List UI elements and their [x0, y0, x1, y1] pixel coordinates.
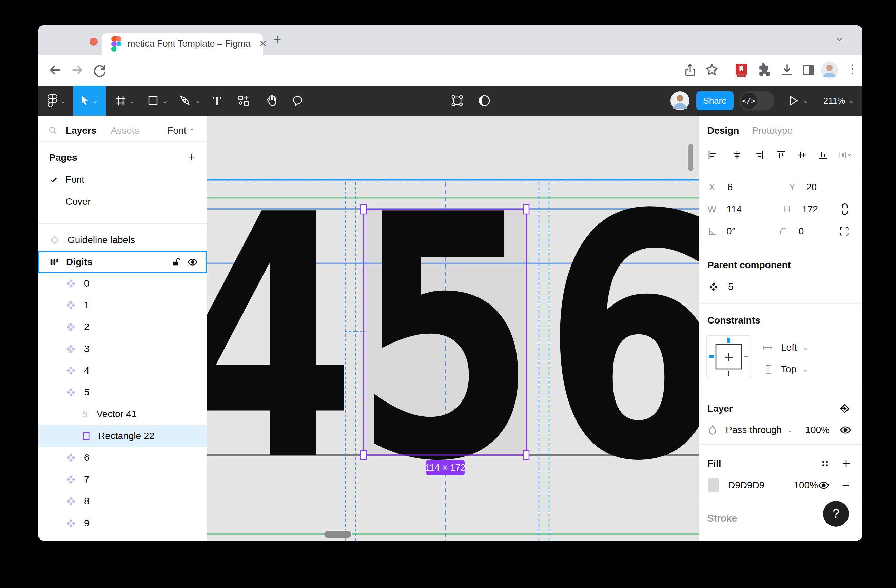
- tab-layers[interactable]: Layers: [66, 125, 96, 136]
- layer-flow-icon[interactable]: [839, 403, 850, 414]
- browser-tab[interactable]: metica Font Template – Figma ✕: [102, 33, 263, 55]
- browser-menu-icon[interactable]: ⋮: [846, 62, 858, 76]
- constrain-proportions-icon[interactable]: [840, 203, 849, 215]
- vertical-constraint-row[interactable]: Top ⌄: [699, 360, 862, 379]
- comment-tool-icon[interactable]: [288, 86, 306, 116]
- frame-tool-icon[interactable]: [112, 86, 130, 116]
- layer-digit-9[interactable]: 9: [38, 512, 207, 534]
- w-value[interactable]: 114: [727, 204, 742, 215]
- independent-corners-icon[interactable]: [839, 226, 849, 236]
- fill-visibility-eye-icon[interactable]: [818, 480, 829, 491]
- corner-radius-value[interactable]: 0: [798, 226, 804, 237]
- bookmark-star-icon[interactable]: [705, 63, 719, 78]
- rotation-value[interactable]: 0°: [727, 226, 736, 237]
- layer-vector-41[interactable]: 5 Vector 41: [38, 403, 207, 425]
- fill-color-swatch[interactable]: [708, 478, 719, 492]
- h-value[interactable]: 172: [802, 204, 818, 215]
- blend-mode-row[interactable]: Pass through ⌄ 100%: [699, 420, 862, 439]
- search-icon[interactable]: [48, 126, 58, 135]
- handle-top-right[interactable]: [523, 205, 529, 214]
- download-icon[interactable]: [780, 63, 794, 78]
- fill-styles-icon[interactable]: [821, 459, 829, 468]
- y-value[interactable]: 20: [806, 182, 817, 193]
- hand-tool-icon[interactable]: [262, 86, 281, 116]
- fill-row[interactable]: D9D9D9 100%: [699, 476, 862, 495]
- shape-tool-icon[interactable]: [145, 86, 162, 116]
- help-button[interactable]: ?: [823, 501, 849, 527]
- layer-digit-5[interactable]: 5: [38, 381, 207, 403]
- sidebar-toggle-icon[interactable]: [802, 63, 815, 78]
- layer-digit-4[interactable]: 4: [38, 360, 207, 381]
- layer-guideline-labels[interactable]: Guideline labels: [38, 229, 207, 251]
- handle-bottom-right[interactable]: [523, 451, 529, 460]
- move-tool-selected[interactable]: ⌄: [73, 86, 106, 116]
- tab-close-icon[interactable]: ✕: [259, 39, 267, 49]
- layer-digits-selected[interactable]: Digits: [38, 251, 207, 273]
- layer-digit-3[interactable]: 3: [38, 338, 207, 360]
- align-h-center-icon[interactable]: [732, 150, 742, 160]
- collaborator-avatar[interactable]: [669, 86, 690, 116]
- forward-icon[interactable]: [69, 62, 85, 79]
- layer-digit-1[interactable]: 1: [38, 294, 207, 316]
- handle-top-left[interactable]: [361, 205, 366, 214]
- layer-rectangle-22-selected[interactable]: Rectangle 22: [38, 425, 207, 447]
- share-page-icon[interactable]: [683, 63, 697, 78]
- edit-object-icon[interactable]: [448, 86, 467, 116]
- page-item-font[interactable]: Font: [38, 169, 207, 190]
- tab-design[interactable]: Design: [707, 125, 739, 136]
- main-menu-chevron-icon[interactable]: ⌄: [59, 86, 67, 116]
- unlock-icon[interactable]: [172, 257, 181, 267]
- figma-main-menu-icon[interactable]: [44, 86, 61, 116]
- text-tool-icon[interactable]: T: [208, 86, 226, 116]
- layer-digit-2[interactable]: 2: [38, 316, 207, 338]
- shape-tool-chevron-icon[interactable]: ⌄: [162, 86, 169, 116]
- reload-icon[interactable]: [91, 62, 107, 79]
- present-chevron-icon[interactable]: ⌄: [802, 86, 810, 116]
- page-selector[interactable]: Font ⌃: [167, 125, 195, 136]
- bookmarks-extension-icon[interactable]: [734, 63, 749, 79]
- x-value[interactable]: 6: [727, 182, 733, 193]
- align-v-center-icon[interactable]: [797, 150, 807, 160]
- add-fill-icon[interactable]: [841, 459, 851, 469]
- handle-bottom-left[interactable]: [361, 451, 366, 460]
- frame-tool-chevron-icon[interactable]: ⌄: [128, 86, 136, 116]
- zoom-level[interactable]: 211%: [821, 86, 848, 116]
- add-page-icon[interactable]: [186, 152, 197, 163]
- pen-tool-icon[interactable]: [176, 86, 194, 116]
- tab-assets[interactable]: Assets: [111, 125, 139, 136]
- fill-opacity-value[interactable]: 100%: [794, 480, 818, 491]
- layer-digit-0[interactable]: 0: [38, 273, 207, 294]
- distribute-icon[interactable]: [838, 150, 850, 160]
- layer-opacity-value[interactable]: 100%: [805, 425, 829, 436]
- parent-component-row[interactable]: 5: [699, 277, 862, 296]
- layer-digit-6[interactable]: 6: [38, 447, 207, 469]
- visibility-eye-icon[interactable]: [187, 257, 198, 268]
- close-window-button[interactable]: [90, 38, 98, 46]
- resources-tool-icon[interactable]: [235, 86, 252, 116]
- present-play-icon[interactable]: [785, 86, 802, 116]
- share-button[interactable]: Share: [696, 91, 734, 110]
- mask-icon[interactable]: [475, 86, 494, 116]
- page-item-cover[interactable]: Cover: [38, 191, 207, 213]
- zoom-chevron-icon[interactable]: ⌄: [847, 86, 855, 116]
- extensions-puzzle-icon[interactable]: [757, 63, 772, 78]
- layer-digit-7[interactable]: 7: [38, 469, 207, 491]
- design-canvas[interactable]: 4 5 6 114 × 172: [207, 116, 699, 541]
- pen-tool-chevron-icon[interactable]: ⌄: [194, 86, 201, 116]
- align-right-icon[interactable]: [754, 150, 764, 160]
- browser-profile-avatar[interactable]: [821, 61, 838, 80]
- remove-fill-icon[interactable]: [841, 480, 850, 490]
- new-tab-icon[interactable]: +: [273, 32, 281, 47]
- back-icon[interactable]: [47, 62, 63, 79]
- horizontal-constraint-row[interactable]: Left ⌄: [699, 338, 862, 357]
- align-left-icon[interactable]: [707, 150, 718, 160]
- layer-visibility-eye-icon[interactable]: [840, 424, 851, 436]
- guideline-handle[interactable]: [324, 531, 352, 538]
- layer-digit-8[interactable]: 8: [38, 491, 207, 512]
- dev-mode-toggle[interactable]: </>: [739, 91, 775, 110]
- canvas-scrollbar[interactable]: [689, 144, 693, 171]
- tab-prototype[interactable]: Prototype: [752, 125, 792, 136]
- align-bottom-icon[interactable]: [818, 150, 828, 160]
- align-top-icon[interactable]: [776, 150, 786, 160]
- tab-search-chevron-icon[interactable]: [835, 34, 844, 45]
